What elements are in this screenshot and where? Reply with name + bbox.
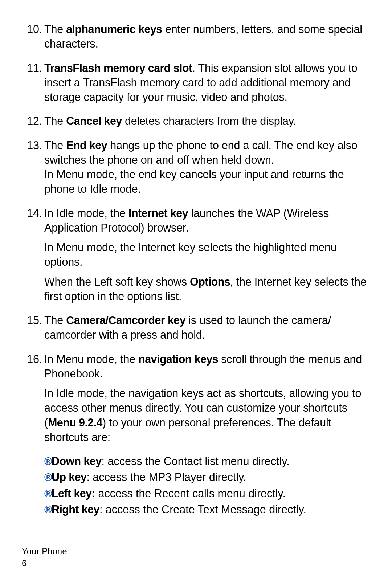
body-text: The (44, 314, 66, 326)
bold-term: Menu 9.2.4 (48, 416, 102, 429)
list-item-text: TransFlash memory card slot. This expans… (44, 61, 370, 105)
shortcut-desc: : access the Contact list menu directly. (102, 455, 290, 467)
body-text: In Menu mode, the (44, 353, 138, 365)
body-text: In Menu mode, the end key cancels your i… (44, 168, 344, 195)
list-item-text: The Cancel key deletes characters from t… (44, 114, 370, 128)
bold-term: Camera/Camcorder key (66, 314, 185, 326)
list-item-paragraph: When the Left soft key shows Options, th… (44, 274, 370, 304)
shortcut-line: ®Up key: access the MP3 Player directly. (44, 470, 370, 484)
body-text: When the Left soft key shows (44, 275, 190, 288)
list-item-paragraph: In Menu mode, the Internet key selects t… (44, 240, 370, 269)
bullet-icon: ® (44, 503, 52, 516)
list-item-text: In Idle mode, the Internet key launches … (44, 206, 370, 235)
page-footer: Your Phone 6 (22, 546, 67, 569)
bullet-icon: ® (44, 470, 52, 484)
shortcut-line: ®Down key: access the Contact list menu … (44, 454, 370, 468)
shortcut-line: ®Right key: access the Create Text Messa… (44, 502, 370, 516)
bold-term: Options (190, 275, 230, 288)
footer-section: Your Phone (22, 546, 67, 557)
shortcut-label: Down key (52, 455, 102, 467)
bold-term: TransFlash memory card slot (44, 62, 192, 74)
shortcut-label: Left key: (52, 487, 95, 499)
body-text: In Menu mode, the Internet key selects t… (44, 241, 336, 268)
shortcut-label: Right key (52, 503, 99, 515)
list-item: The Camera/Camcorder key is used to laun… (22, 313, 370, 342)
bullet-icon: ® (44, 487, 52, 501)
list-item-text: The Camera/Camcorder key is used to laun… (44, 313, 370, 342)
bullet-icon: ® (44, 454, 52, 468)
shortcut-desc: : access the Create Text Message directl… (99, 503, 306, 515)
footer-page-number: 6 (22, 558, 67, 569)
bold-term: Cancel key (66, 115, 122, 127)
list-item: TransFlash memory card slot. This expans… (22, 61, 370, 105)
body-text: The (44, 23, 66, 35)
list-item-paragraph: In Idle mode, the navigation keys act as… (44, 386, 370, 444)
list-item: The alphanumeric keys enter numbers, let… (22, 22, 370, 51)
list-item: The End key hangs up the phone to end a … (22, 138, 370, 196)
shortcut-line: ®Left key: access the Recent calls menu … (44, 486, 370, 501)
list-item-text: The End key hangs up the phone to end a … (44, 138, 370, 196)
shortcut-desc: : access the MP3 Player directly. (86, 471, 246, 483)
body-text: deletes characters from the display. (122, 115, 296, 127)
body-text: The (44, 115, 66, 127)
list-item: In Idle mode, the Internet key launches … (22, 206, 370, 304)
manual-page: The alphanumeric keys enter numbers, let… (0, 0, 392, 588)
shortcut-label: Up key (52, 471, 86, 483)
numbered-list: The alphanumeric keys enter numbers, let… (22, 22, 370, 444)
body-text: The (44, 139, 66, 151)
bold-term: Internet key (128, 207, 188, 219)
bold-term: alphanumeric keys (66, 23, 162, 35)
shortcuts-block: ®Down key: access the Contact list menu … (22, 454, 370, 516)
list-item: In Menu mode, the navigation keys scroll… (22, 352, 370, 445)
body-text: is used to launch the camera/ (185, 314, 331, 326)
bold-term: End key (66, 139, 107, 151)
body-text: In Idle mode, the (44, 207, 128, 219)
shortcut-desc: access the Recent calls menu directly. (95, 487, 286, 499)
bold-term: navigation keys (138, 353, 218, 365)
list-item: The Cancel key deletes characters from t… (22, 114, 370, 128)
body-text: camcorder with a press and hold. (44, 328, 205, 341)
list-item-text: In Menu mode, the navigation keys scroll… (44, 352, 370, 381)
list-item-text: The alphanumeric keys enter numbers, let… (44, 22, 370, 51)
